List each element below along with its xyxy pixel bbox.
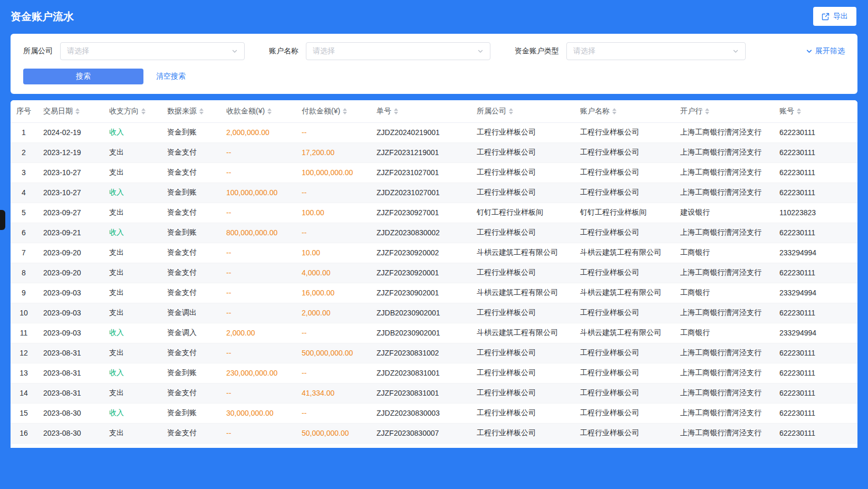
cell-payment: -- xyxy=(295,122,370,142)
table-card: 序号交易日期收支方向数据来源收款金额(¥)付款金额(¥)单号所属公司账户名称开户… xyxy=(11,100,857,448)
filter-actions: 搜索 清空搜索 xyxy=(23,69,845,84)
cell-receipt: 30,000,000.00 xyxy=(220,403,295,423)
title-bar: 资金账户流水 导出 xyxy=(0,0,868,33)
cell-order: ZJZF20230902001 xyxy=(370,283,470,303)
cell-date: 2023-08-31 xyxy=(37,343,103,363)
column-header[interactable]: 单号 xyxy=(370,100,470,122)
cell-account_no: 622230111 xyxy=(773,443,857,448)
column-header[interactable]: 付款金额(¥) xyxy=(295,100,370,122)
column-header[interactable]: 数据来源 xyxy=(161,100,220,122)
account-type-select[interactable]: 请选择 xyxy=(566,42,746,60)
company-select[interactable]: 请选择 xyxy=(60,42,245,60)
cell-source: 资金到账 xyxy=(161,223,220,243)
cell-no: 17 xyxy=(11,443,37,448)
search-button[interactable]: 搜索 xyxy=(23,69,143,84)
cell-account_no: 622230111 xyxy=(773,383,857,403)
side-drawer-handle[interactable] xyxy=(0,210,5,230)
cell-receipt: -- xyxy=(220,203,295,223)
clear-search-link[interactable]: 清空搜索 xyxy=(156,72,186,81)
cell-no: 12 xyxy=(11,343,37,363)
cell-payment: 10.00 xyxy=(295,243,370,263)
sort-icon[interactable] xyxy=(797,108,801,114)
cell-no: 3 xyxy=(11,162,37,183)
account-name-select[interactable]: 请选择 xyxy=(306,42,490,60)
cell-bank: 上海工商银行漕河泾支行 xyxy=(674,363,773,383)
cell-date: 2023-12-19 xyxy=(37,142,103,162)
table-row: 92023-09-03支出资金支付--16,000.00ZJZF20230902… xyxy=(11,283,857,303)
cell-bank: 工商银行 xyxy=(674,323,773,343)
cell-company: 工程行业样板公司 xyxy=(470,183,574,203)
cell-order: ZJDZ20231027001 xyxy=(370,183,470,203)
export-button[interactable]: 导出 xyxy=(813,7,856,26)
column-header[interactable]: 账号 xyxy=(773,100,857,122)
page-title: 资金账户流水 xyxy=(11,9,74,24)
table-header: 序号交易日期收支方向数据来源收款金额(¥)付款金额(¥)单号所属公司账户名称开户… xyxy=(11,100,857,122)
cell-account_no: 622230111 xyxy=(773,223,857,243)
cell-account: 斗栱云建筑工程有限公司 xyxy=(574,283,674,303)
filter-item-company: 所属公司 请选择 xyxy=(23,42,245,60)
cell-order: ZJZF20230927001 xyxy=(370,203,470,223)
company-select-placeholder: 请选择 xyxy=(67,46,89,56)
cell-account_no: 110223823 xyxy=(773,203,857,223)
cell-source: 资金支付 xyxy=(161,162,220,183)
cell-payment: -- xyxy=(295,223,370,243)
column-header-label: 账号 xyxy=(779,107,794,115)
cell-source: 资金支付 xyxy=(161,263,220,283)
sort-icon[interactable] xyxy=(267,108,272,114)
column-header[interactable]: 收支方向 xyxy=(103,100,161,122)
cell-source: 资金支付 xyxy=(161,423,220,443)
cell-no: 16 xyxy=(11,423,37,443)
cell-receipt: -- xyxy=(220,263,295,283)
cell-direction: 支出 xyxy=(103,343,161,363)
cell-source: 资金支付 xyxy=(161,142,220,162)
cell-receipt: -- xyxy=(220,343,295,363)
cell-no: 5 xyxy=(11,203,37,223)
cell-company: 工程行业样板公司 xyxy=(470,142,574,162)
cell-account: 工程行业样板公司 xyxy=(574,122,674,142)
cell-payment: 50,000,000.00 xyxy=(295,423,370,443)
cell-no: 10 xyxy=(11,303,37,323)
sort-icon[interactable] xyxy=(705,108,709,114)
expand-filter-label: 展开筛选 xyxy=(815,46,845,56)
cell-bank: 上海工商银行漕河泾支行 xyxy=(674,122,773,142)
cell-receipt: -- xyxy=(220,443,295,448)
cell-payment: 41,334.00 xyxy=(295,383,370,403)
expand-filter-link[interactable]: 展开筛选 xyxy=(806,46,845,56)
cell-no: 8 xyxy=(11,263,37,283)
column-header-label: 付款金额(¥) xyxy=(302,107,340,115)
sort-icon[interactable] xyxy=(394,108,398,114)
sort-icon[interactable] xyxy=(612,108,616,114)
cell-receipt: -- xyxy=(220,423,295,443)
cell-receipt: 100,000,000.00 xyxy=(220,183,295,203)
cell-direction: 支出 xyxy=(103,142,161,162)
cell-no: 15 xyxy=(11,403,37,423)
cell-source: 资金调出 xyxy=(161,303,220,323)
cell-payment: 4,000.00 xyxy=(295,263,370,283)
column-header[interactable]: 开户行 xyxy=(674,100,773,122)
cell-bank: 上海工商银行漕河泾支行 xyxy=(674,162,773,183)
cell-source: 资金调入 xyxy=(161,323,220,343)
cell-order: ZJZF20230831001 xyxy=(370,383,470,403)
cell-direction: 收入 xyxy=(103,363,161,383)
cell-receipt: -- xyxy=(220,283,295,303)
cell-direction: 支出 xyxy=(103,383,161,403)
cell-account: 工程行业样板公司 xyxy=(574,162,674,183)
cell-order: ZJZF20230920001 xyxy=(370,263,470,283)
column-header[interactable]: 收款金额(¥) xyxy=(220,100,295,122)
column-header[interactable]: 交易日期 xyxy=(37,100,103,122)
sort-icon[interactable] xyxy=(509,108,513,114)
cell-receipt: -- xyxy=(220,162,295,183)
sort-icon[interactable] xyxy=(343,108,347,114)
cell-order: ZJDZ20230831001 xyxy=(370,363,470,383)
sort-icon[interactable] xyxy=(75,108,80,114)
cell-receipt: -- xyxy=(220,243,295,263)
table-header-row: 序号交易日期收支方向数据来源收款金额(¥)付款金额(¥)单号所属公司账户名称开户… xyxy=(11,100,857,122)
cell-company: 斗栱云建筑工程有限公司 xyxy=(470,323,574,343)
cell-company: 工程行业样板公司 xyxy=(470,363,574,383)
cell-direction: 收入 xyxy=(103,183,161,203)
column-header[interactable]: 账户名称 xyxy=(574,100,674,122)
sort-icon[interactable] xyxy=(199,108,204,114)
sort-icon[interactable] xyxy=(141,108,146,114)
column-header[interactable]: 所属公司 xyxy=(470,100,574,122)
cell-bank: 上海工商银行漕河泾支行 xyxy=(674,423,773,443)
